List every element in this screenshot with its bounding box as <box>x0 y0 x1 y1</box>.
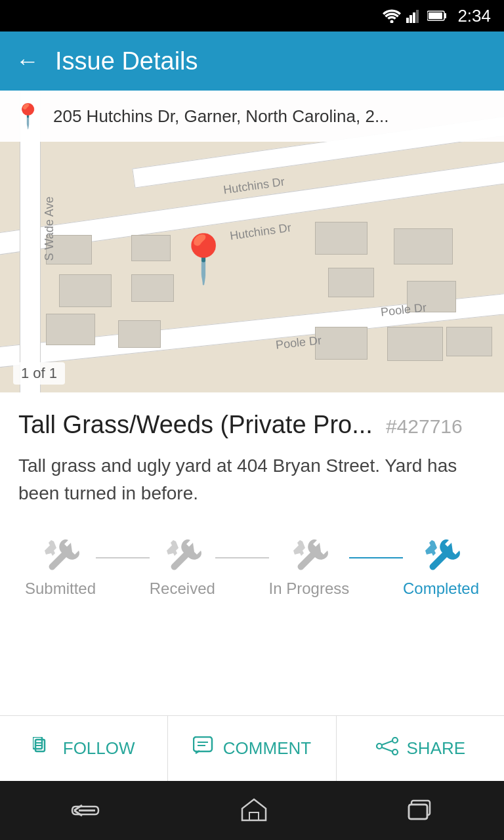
building <box>387 327 443 361</box>
wrench-icon-received <box>163 534 202 573</box>
svg-rect-1 <box>406 18 409 23</box>
wrench-icon-completed <box>421 534 461 573</box>
nav-recents-button[interactable] <box>406 797 435 824</box>
svg-line-19 <box>382 747 392 751</box>
share-label: SHARE <box>407 738 466 759</box>
comment-label: COMMENT <box>223 738 311 759</box>
signal-icon <box>406 9 422 23</box>
road-label-wade: S Wade Ave <box>43 196 56 261</box>
address-text: 205 Hutchins Dr, Garner, North Carolina,… <box>53 106 389 127</box>
status-step-inprogress: In Progress <box>269 534 350 598</box>
share-button[interactable]: SHARE <box>337 716 504 781</box>
image-counter: 1 of 1 <box>13 362 65 385</box>
svg-rect-6 <box>444 13 446 18</box>
time-display: 2:34 <box>457 6 491 26</box>
connector-3 <box>349 557 403 558</box>
back-button[interactable]: ← <box>16 47 39 75</box>
building <box>118 320 161 348</box>
building <box>131 235 171 261</box>
app-header: ← Issue Details <box>0 32 504 91</box>
building <box>315 327 368 360</box>
follow-button[interactable]: FOLLOW <box>0 716 168 781</box>
page-title: Issue Details <box>55 47 198 75</box>
status-step-received: Received <box>150 534 215 598</box>
bottom-actions: FOLLOW COMMENT SHARE <box>0 715 504 781</box>
building <box>328 268 374 297</box>
svg-rect-7 <box>429 12 442 19</box>
location-pin-icon: 📍 <box>13 102 43 130</box>
status-label-received: Received <box>150 579 215 598</box>
status-label-inprogress: In Progress <box>269 579 350 598</box>
building <box>59 274 112 307</box>
svg-point-17 <box>377 744 382 749</box>
building <box>394 228 453 264</box>
svg-rect-3 <box>413 12 415 23</box>
svg-rect-4 <box>416 10 419 23</box>
android-nav-bar <box>0 781 504 840</box>
road-label-hutchins-dr2: Hutchins Dr <box>229 221 292 243</box>
issue-content: Tall Grass/Weeds (Private Pro... #427716… <box>0 392 504 598</box>
svg-point-15 <box>392 738 398 743</box>
svg-rect-20 <box>249 812 259 820</box>
wifi-icon <box>383 9 401 23</box>
connector-2 <box>215 557 269 558</box>
svg-line-18 <box>382 741 392 745</box>
wrench-icon-submitted <box>41 534 80 573</box>
nav-home-button[interactable] <box>240 797 268 824</box>
status-progress: Submitted Received In Progress <box>18 534 486 598</box>
issue-title: Tall Grass/Weeds (Private Pro... <box>18 411 373 439</box>
follow-label: FOLLOW <box>63 738 135 759</box>
share-icon <box>375 737 399 760</box>
svg-point-0 <box>390 20 394 24</box>
building <box>131 274 174 302</box>
comment-icon <box>193 736 215 761</box>
building <box>446 327 492 356</box>
svg-rect-22 <box>409 805 427 819</box>
address-bar: 📍 205 Hutchins Dr, Garner, North Carolin… <box>0 91 504 142</box>
status-label-submitted: Submitted <box>25 579 96 598</box>
issue-number: #427716 <box>386 415 463 438</box>
map-container[interactable]: 📍 205 Hutchins Dr, Garner, North Carolin… <box>0 91 504 392</box>
nav-back-button[interactable] <box>69 800 102 821</box>
follow-icon <box>33 737 55 760</box>
status-icons: 2:34 <box>383 6 491 26</box>
comment-button[interactable]: COMMENT <box>168 716 336 781</box>
connector-1 <box>96 557 150 558</box>
status-step-completed: Completed <box>403 534 479 598</box>
issue-title-row: Tall Grass/Weeds (Private Pro... #427716 <box>18 411 486 439</box>
map-pin: 📍 <box>174 235 233 282</box>
status-label-completed: Completed <box>403 579 479 598</box>
svg-rect-2 <box>410 15 412 23</box>
wrench-icon-inprogress <box>289 534 329 573</box>
building <box>315 222 368 255</box>
issue-description: Tall grass and ugly yard at 404 Bryan St… <box>18 452 486 507</box>
status-step-submitted: Submitted <box>25 534 96 598</box>
building <box>46 314 95 345</box>
battery-icon <box>427 10 447 22</box>
svg-point-16 <box>392 749 398 755</box>
svg-rect-12 <box>194 737 212 751</box>
status-bar: 2:34 <box>0 0 504 32</box>
